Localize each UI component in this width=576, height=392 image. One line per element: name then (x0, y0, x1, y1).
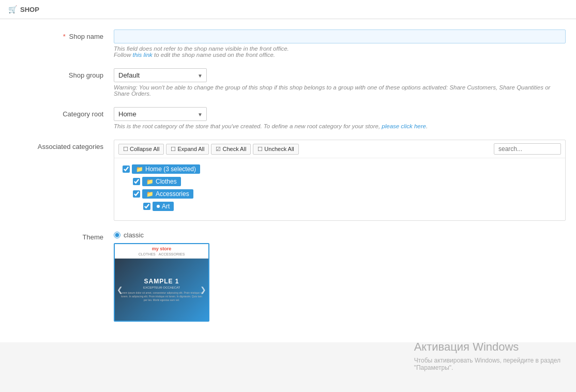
dot-icon-art (157, 205, 160, 208)
shop-group-select[interactable]: Default (114, 68, 207, 82)
tree-label-clothes[interactable]: 📁 Clothes (142, 177, 181, 186)
slide-arrow-right-icon[interactable]: ❯ (200, 285, 206, 294)
category-root-control-wrap: Home ▼ This is the root category of the … (114, 107, 566, 129)
tree-label-home[interactable]: 📁 Home (3 selected) (132, 164, 200, 174)
theme-preview-logo: my store (152, 246, 172, 251)
slide-desc: Lorem ipsum dolor sit amet, consectetur … (120, 291, 203, 302)
shop-group-label: Shop group (10, 68, 114, 79)
theme-label: Theme (10, 231, 114, 241)
plus-icon: ☐ (171, 146, 176, 153)
tree-item-home: 📁 Home (3 selected) (123, 164, 557, 174)
shop-name-label: * Shop name (10, 29, 114, 40)
shop-group-warning: Warning: You won't be able to change the… (114, 84, 566, 97)
shop-group-row: Shop group Default ▼ Warning: You won't … (10, 68, 566, 97)
slide-arrow-left-icon[interactable]: ❮ (117, 285, 123, 294)
uncheck-icon: ☐ (257, 146, 263, 153)
associated-categories-row: Associated categories ☐ Collapse All ☐ E… (10, 140, 566, 221)
theme-classic-radio[interactable] (114, 232, 120, 238)
theme-preview-body: ❮ SAMPLE 1 EXCEPTEUR OCCAECAT Lorem ipsu… (115, 259, 208, 321)
category-root-select-wrap: Home ▼ (114, 107, 207, 121)
folder-icon-clothes: 📁 (146, 178, 154, 185)
expand-all-button[interactable]: ☐ Expand All (166, 144, 209, 155)
shop-icon: 🛒 (8, 5, 17, 13)
folder-icon-home: 📁 (136, 166, 143, 173)
shop-name-control-wrap: This field does not refer to the shop na… (114, 29, 566, 58)
tree-label-accessories[interactable]: 📁 Accessories (142, 189, 193, 199)
tree-label-art[interactable]: Art (153, 202, 174, 211)
tree-checkbox-accessories[interactable] (133, 190, 140, 198)
shop-name-link[interactable]: this link (132, 52, 152, 58)
categories-search-input[interactable] (494, 143, 561, 155)
categories-box: ☐ Collapse All ☐ Expand All ☑ Check All (114, 140, 566, 221)
collapse-all-button[interactable]: ☐ Collapse All (118, 144, 164, 155)
windows-activation-desc: Чтобы активировать Windows, перейдите в … (414, 357, 560, 371)
tree-item-art: Art (143, 202, 557, 211)
categories-toolbar: ☐ Collapse All ☐ Expand All ☑ Check All (114, 140, 565, 158)
tree-checkbox-clothes[interactable] (133, 178, 140, 185)
folder-icon-accessories: 📁 (146, 191, 154, 198)
page-title: SHOP (20, 6, 39, 13)
theme-preview-header: my store CLOTHES ACCESSORIES (115, 244, 208, 259)
category-root-link[interactable]: please click here (382, 123, 426, 129)
tree-item-accessories: 📁 Accessories (133, 189, 557, 199)
category-root-label: Category root (10, 107, 114, 118)
theme-preview-nav: CLOTHES ACCESSORIES (139, 252, 185, 256)
tree-item-clothes: 📁 Clothes (133, 177, 557, 186)
associated-categories-control-wrap: ☐ Collapse All ☐ Expand All ☑ Check All (114, 140, 566, 221)
tree-checkbox-home[interactable] (123, 165, 130, 173)
categories-tree: 📁 Home (3 selected) 📁 Clothes (114, 158, 565, 220)
theme-preview-slide: ❮ SAMPLE 1 EXCEPTEUR OCCAECAT Lorem ipsu… (115, 259, 208, 321)
theme-content: classic my store CLOTHES ACCESSORIES ❮ S… (114, 231, 566, 322)
tree-checkbox-art[interactable] (143, 203, 150, 210)
theme-radio-row: classic (114, 231, 566, 239)
minus-icon: ☐ (123, 146, 128, 153)
page-header: 🛒 SHOP (0, 0, 576, 19)
shop-name-row: * Shop name This field does not refer to… (10, 29, 566, 58)
check-all-button[interactable]: ☑ Check All (211, 144, 251, 155)
windows-activation: Активация Windows Чтобы активировать Win… (414, 340, 560, 371)
windows-activation-title: Активация Windows (414, 340, 560, 354)
theme-row: Theme classic my store CLOTHES ACCESSORI… (10, 231, 566, 322)
required-mark: * (63, 33, 66, 40)
main-content: * Shop name This field does not refer to… (0, 19, 576, 342)
shop-group-control-wrap: Default ▼ Warning: You won't be able to … (114, 68, 566, 97)
slide-title: SAMPLE 1 (144, 278, 179, 285)
shop-name-input[interactable] (114, 29, 566, 43)
category-root-row: Category root Home ▼ This is the root ca… (10, 107, 566, 129)
uncheck-all-button[interactable]: ☐ Uncheck All (253, 144, 298, 155)
associated-categories-label: Associated categories (10, 140, 114, 150)
slide-sub: EXCEPTEUR OCCAECAT (143, 286, 180, 289)
shop-group-select-wrap: Default ▼ (114, 68, 207, 82)
theme-classic-label: classic (124, 231, 144, 239)
shop-name-help: This field does not refer to the shop na… (114, 46, 566, 58)
check-icon: ☑ (216, 146, 221, 153)
category-root-select[interactable]: Home (114, 107, 207, 121)
theme-preview: my store CLOTHES ACCESSORIES ❮ SAMPLE 1 … (114, 243, 209, 322)
category-root-help: This is the root category of the store t… (114, 123, 566, 129)
